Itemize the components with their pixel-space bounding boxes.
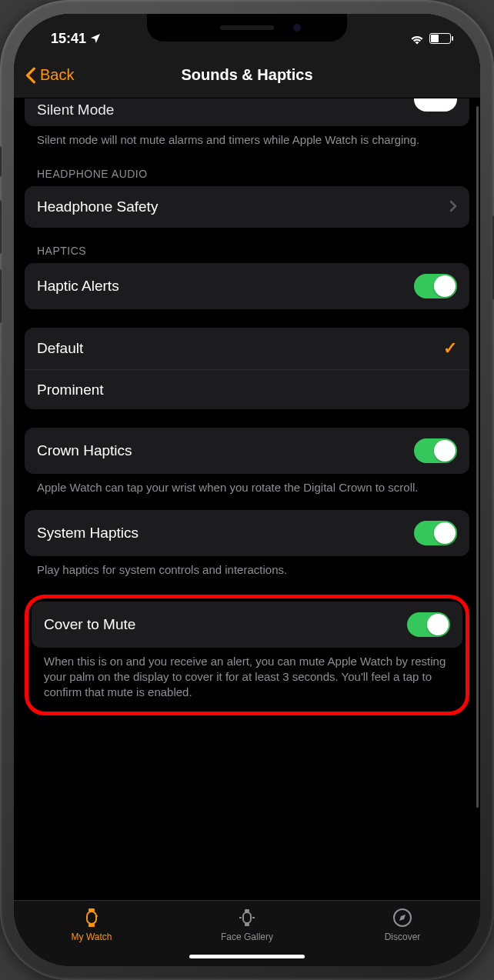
notch: [147, 14, 347, 42]
system-haptics-footer: Play haptics for system controls and int…: [25, 556, 469, 581]
compass-icon: [392, 907, 413, 928]
checkmark-icon: ✓: [443, 338, 457, 358]
chevron-left-icon: [25, 67, 37, 84]
svg-point-3: [96, 915, 98, 917]
volume-up-button: [0, 200, 2, 254]
haptic-prominent-label: Prominent: [37, 382, 104, 398]
scroll-indicator[interactable]: [476, 106, 479, 808]
cover-to-mute-highlight: Cover to Mute When this is on and you re…: [25, 595, 469, 715]
back-label: Back: [40, 66, 74, 84]
haptic-alerts-label: Haptic Alerts: [37, 278, 119, 295]
haptic-prominent-row[interactable]: Prominent: [25, 369, 469, 409]
device-frame: 15:41 Back Sounds & Haptics Silent Mode: [0, 0, 494, 980]
system-haptics-row[interactable]: System Haptics: [25, 510, 469, 556]
cover-to-mute-label: Cover to Mute: [44, 616, 135, 633]
crown-haptics-row[interactable]: Crown Haptics: [25, 428, 469, 474]
tab-discover-label: Discover: [385, 932, 421, 942]
tab-my-watch-label: My Watch: [72, 932, 112, 942]
chevron-right-icon: [449, 197, 457, 217]
haptics-header: HAPTICS: [25, 228, 469, 263]
tab-face-gallery-label: Face Gallery: [221, 932, 273, 942]
svg-rect-6: [245, 923, 249, 926]
haptic-alerts-toggle[interactable]: [414, 274, 457, 298]
svg-rect-4: [243, 912, 251, 923]
volume-down-button: [0, 269, 2, 323]
silent-mode-label: Silent Mode: [37, 102, 114, 118]
headphone-audio-header: HEADPHONE AUDIO: [25, 151, 469, 186]
location-icon: [89, 32, 102, 45]
screen: 15:41 Back Sounds & Haptics Silent Mode: [14, 14, 480, 966]
tab-face-gallery[interactable]: Face Gallery: [170, 907, 324, 942]
tab-my-watch[interactable]: My Watch: [15, 907, 169, 942]
headphone-safety-label: Headphone Safety: [37, 198, 158, 215]
crown-haptics-label: Crown Haptics: [37, 442, 132, 459]
svg-rect-0: [87, 912, 96, 924]
page-title: Sounds & Haptics: [14, 66, 480, 84]
watch-icon: [81, 907, 102, 928]
cover-to-mute-row[interactable]: Cover to Mute: [32, 602, 462, 648]
face-gallery-icon: [236, 907, 258, 928]
haptic-alerts-row[interactable]: Haptic Alerts: [25, 263, 469, 309]
speaker-grille: [220, 25, 274, 30]
silent-mode-row[interactable]: Silent Mode: [25, 98, 469, 126]
front-camera: [293, 24, 301, 32]
back-button[interactable]: Back: [25, 66, 74, 84]
system-haptics-label: System Haptics: [37, 525, 139, 542]
silent-mode-toggle[interactable]: [414, 98, 457, 112]
battery-icon: [429, 33, 451, 44]
crown-haptics-footer: Apple Watch can tap your wrist when you …: [25, 474, 469, 498]
system-haptics-toggle[interactable]: [414, 521, 457, 545]
wifi-icon: [409, 32, 425, 45]
mute-switch: [0, 146, 2, 177]
crown-haptics-toggle[interactable]: [414, 438, 457, 463]
nav-bar: Back Sounds & Haptics: [14, 52, 480, 98]
svg-rect-1: [88, 908, 95, 912]
cover-to-mute-footer: When this is on and you receive an alert…: [32, 648, 462, 707]
cover-to-mute-toggle[interactable]: [407, 612, 450, 637]
headphone-safety-row[interactable]: Headphone Safety: [25, 186, 469, 228]
tab-discover[interactable]: Discover: [325, 907, 479, 942]
haptic-default-row[interactable]: Default ✓: [25, 328, 469, 369]
svg-marker-10: [399, 915, 406, 921]
svg-rect-5: [245, 909, 249, 912]
svg-rect-2: [88, 924, 95, 927]
haptic-default-label: Default: [37, 340, 83, 357]
status-time: 15:41: [51, 31, 86, 47]
silent-mode-footer: Silent mode will not mute alarms and tim…: [25, 126, 469, 151]
content-scroll[interactable]: Silent Mode Silent mode will not mute al…: [14, 98, 480, 900]
home-indicator[interactable]: [189, 955, 305, 958]
